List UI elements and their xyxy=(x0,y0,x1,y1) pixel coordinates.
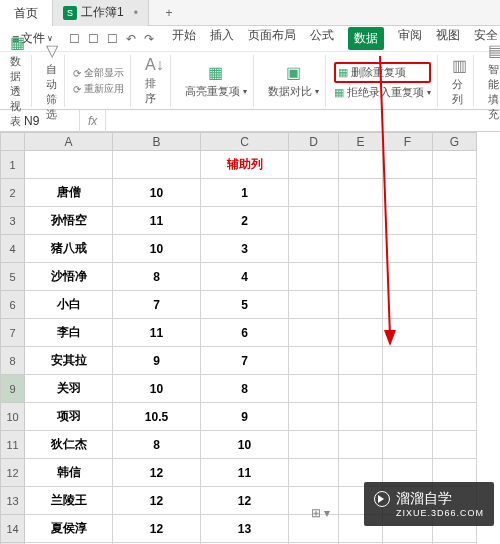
cell-aux[interactable]: 11 xyxy=(201,459,289,487)
ribbon-remove-dup[interactable]: ▦删除重复项 xyxy=(334,62,431,83)
cell-pop[interactable]: 10 xyxy=(113,179,201,207)
row-header-2[interactable]: 2 xyxy=(1,179,25,207)
cell-aux[interactable]: 1 xyxy=(201,179,289,207)
cell-name[interactable]: 安其拉 xyxy=(25,347,113,375)
cell-name[interactable]: 关羽 xyxy=(25,375,113,403)
row-header-6[interactable]: 6 xyxy=(1,291,25,319)
menu-审阅[interactable]: 审阅 xyxy=(398,27,422,50)
cell-name[interactable]: 夏侯淳 xyxy=(25,515,113,543)
menu-开始[interactable]: 开始 xyxy=(172,27,196,50)
preview-icon[interactable]: ☐ xyxy=(107,32,118,46)
cell-pop[interactable]: 8 xyxy=(113,431,201,459)
ribbon-reject-dup[interactable]: ▦拒绝录入重复项▾ xyxy=(334,85,431,100)
menu-插入[interactable]: 插入 xyxy=(210,27,234,50)
row-header-8[interactable]: 8 xyxy=(1,347,25,375)
cell-aux[interactable]: 3 xyxy=(201,235,289,263)
cell-name[interactable]: 沙悟净 xyxy=(25,263,113,291)
cell-aux[interactable]: 13 xyxy=(201,515,289,543)
ribbon-showall-label: 全部显示 xyxy=(84,66,124,80)
cell-aux[interactable]: 10 xyxy=(201,431,289,459)
ribbon-pivot[interactable]: ▦ 数据透视表 xyxy=(4,55,32,107)
row-header-9[interactable]: 9 xyxy=(1,375,25,403)
row-header-5[interactable]: 5 xyxy=(1,263,25,291)
cell-pop[interactable]: 11 xyxy=(113,207,201,235)
col-header-F[interactable]: F xyxy=(383,133,433,151)
ribbon-sort[interactable]: A↓ 排序 xyxy=(139,55,171,107)
col-header-E[interactable]: E xyxy=(339,133,383,151)
redo-icon[interactable]: ↷ xyxy=(144,32,154,46)
tab-workbook[interactable]: S 工作簿1 • xyxy=(53,0,149,26)
cell-pop[interactable]: 12 xyxy=(113,459,201,487)
cell-name[interactable]: 孙悟空 xyxy=(25,207,113,235)
cell-pop[interactable]: 7 xyxy=(113,291,201,319)
cell-pop[interactable]: 10 xyxy=(113,235,201,263)
cell-pop[interactable]: 10.5 xyxy=(113,403,201,431)
row-header-10[interactable]: 10 xyxy=(1,403,25,431)
menu-数据[interactable]: 数据 xyxy=(348,27,384,50)
cell-pop[interactable]: 9 xyxy=(113,347,201,375)
row-header-7[interactable]: 7 xyxy=(1,319,25,347)
menu-页面布局[interactable]: 页面布局 xyxy=(248,27,296,50)
undo-icon[interactable]: ↶ xyxy=(126,32,136,46)
tab-home[interactable]: 首页 xyxy=(0,0,53,26)
cell-name[interactable]: 兰陵王 xyxy=(25,487,113,515)
col-header-D[interactable]: D xyxy=(289,133,339,151)
row-header-12[interactable]: 12 xyxy=(1,459,25,487)
row-header-4[interactable]: 4 xyxy=(1,235,25,263)
highlight-dup-icon: ▦ xyxy=(208,63,223,82)
row-header-11[interactable]: 11 xyxy=(1,431,25,459)
save-icon[interactable]: ☐ xyxy=(69,32,80,46)
cell-aux[interactable]: 7 xyxy=(201,347,289,375)
col-header-B[interactable]: B xyxy=(113,133,201,151)
select-all-corner[interactable] xyxy=(1,133,25,151)
print-icon[interactable]: ☐ xyxy=(88,32,99,46)
cell-pop[interactable]: 12 xyxy=(113,487,201,515)
cell-aux[interactable]: 9 xyxy=(201,403,289,431)
fx-icon[interactable]: fx xyxy=(80,110,106,132)
header-aux[interactable]: 辅助列 xyxy=(201,151,289,179)
row-header-3[interactable]: 3 xyxy=(1,207,25,235)
watermark: 溜溜自学 ZIXUE.3D66.COM xyxy=(364,482,494,526)
cell-name[interactable]: 李白 xyxy=(25,319,113,347)
row-header-14[interactable]: 14 xyxy=(1,515,25,543)
cell-aux[interactable]: 8 xyxy=(201,375,289,403)
cell-aux[interactable]: 4 xyxy=(201,263,289,291)
cell-aux[interactable]: 2 xyxy=(201,207,289,235)
cell-pop[interactable]: 10 xyxy=(113,375,201,403)
cell-aux[interactable]: 12 xyxy=(201,487,289,515)
cell-aux[interactable]: 5 xyxy=(201,291,289,319)
tab-add-button[interactable]: + xyxy=(155,6,183,20)
ribbon-showall[interactable]: ⟳全部显示 xyxy=(73,66,124,80)
ribbon-highlight-dup[interactable]: ▦ 高亮重复项▾ xyxy=(179,55,254,107)
reapply-icon: ⟳ xyxy=(73,84,81,95)
cell-aux[interactable]: 6 xyxy=(201,319,289,347)
menu-视图[interactable]: 视图 xyxy=(436,27,460,50)
cell-name[interactable]: 唐僧 xyxy=(25,179,113,207)
col-header-A[interactable]: A xyxy=(25,133,113,151)
ribbon-reapply[interactable]: ⟳重新应用 xyxy=(73,82,124,96)
ribbon-autofilter-label: 自动筛选 xyxy=(46,62,58,122)
row-header-1[interactable]: 1 xyxy=(1,151,25,179)
cell-name[interactable]: 狄仁杰 xyxy=(25,431,113,459)
ribbon-smartfill-label: 智能填充 xyxy=(488,62,500,122)
col-header-C[interactable]: C xyxy=(201,133,289,151)
cell-name[interactable]: 韩信 xyxy=(25,459,113,487)
ribbon-data-compare[interactable]: ▣ 数据对比▾ xyxy=(262,55,326,107)
cell-pop[interactable]: 12 xyxy=(113,515,201,543)
header-pop[interactable]: 人气度 xyxy=(113,151,201,179)
header-name[interactable]: 姓名 xyxy=(25,151,113,179)
menu-公式[interactable]: 公式 xyxy=(310,27,334,50)
cell-name[interactable]: 猪八戒 xyxy=(25,235,113,263)
cell-pop[interactable]: 11 xyxy=(113,319,201,347)
cell-name[interactable]: 项羽 xyxy=(25,403,113,431)
ribbon-split-col[interactable]: ▥ 分列 xyxy=(446,55,474,107)
ribbon-remove-dup-label: 删除重复项 xyxy=(351,65,406,80)
ribbon-autofilter[interactable]: ▽ 自动筛选 xyxy=(40,55,65,107)
cell-pop[interactable]: 8 xyxy=(113,263,201,291)
ribbon-smart-fill[interactable]: ▤ 智能填充 xyxy=(482,55,500,107)
row-header-13[interactable]: 13 xyxy=(1,487,25,515)
cell-name[interactable]: 小白 xyxy=(25,291,113,319)
watermark-brand: 溜溜自学 xyxy=(396,490,452,508)
ribbon-pivot-label: 数据透视表 xyxy=(10,54,25,129)
col-header-G[interactable]: G xyxy=(433,133,477,151)
